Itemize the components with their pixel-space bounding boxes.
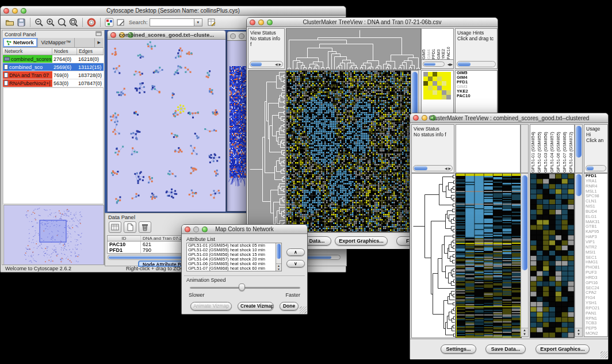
tv2-gene-label[interactable]: CPA2 [584, 290, 607, 296]
close-button[interactable] [413, 115, 419, 121]
minimize-button[interactable] [12, 8, 18, 14]
select-attributes-icon[interactable] [109, 221, 121, 233]
tv2-column-dendrogram-area[interactable] [456, 124, 521, 173]
animation-speed-slider[interactable] [190, 287, 300, 289]
col-header-network[interactable]: Network [3, 48, 52, 55]
tv2-column-label[interactable]: GPL51-08 (GSM872) [568, 125, 575, 173]
dialog-button[interactable]: Animate Vizmap [190, 302, 232, 311]
tv2-gene-label[interactable]: MSI1 [584, 250, 607, 255]
scroll-arrows-icon[interactable]: ◀ ▶ [445, 166, 451, 171]
tv2-gene-label[interactable]: SEC1 [584, 255, 607, 260]
tv1-column-label[interactable]: GIM5 [422, 29, 427, 59]
close-button[interactable] [230, 33, 236, 39]
zoom-button[interactable] [430, 115, 436, 121]
tv2-column-label[interactable]: GPL51-03 (GSM856) [543, 125, 549, 173]
zoom-matrix-cell[interactable] [423, 76, 428, 81]
zoom-in-icon[interactable] [45, 17, 56, 28]
network-list-row[interactable]: combined_scores 2764(0) 16218(0) [3, 55, 104, 63]
tv2-gene-label[interactable]: MON2 [584, 331, 607, 336]
minimize-button[interactable] [258, 20, 264, 25]
tv2-gene-label[interactable]: RNR4 [584, 184, 607, 189]
zoom-matrix-cell[interactable] [442, 81, 446, 86]
birdseye-canvas[interactable] [4, 205, 104, 265]
tab-network[interactable]: Network [3, 38, 38, 47]
zoom-matrix-cell[interactable] [446, 76, 451, 81]
zoom-matrix-cell[interactable] [446, 72, 451, 76]
tv1-export-graphics-button[interactable]: Export Graphics... [335, 236, 388, 246]
tv2-row-dendrogram-canvas[interactable] [411, 173, 456, 338]
search-input[interactable] [150, 18, 194, 26]
zoom-fit-icon[interactable] [68, 17, 79, 28]
dialog-titlebar[interactable]: Map Colors to Network [182, 225, 307, 234]
tv1-column-label[interactable]: PFD1 [431, 29, 437, 59]
new-attribute-icon[interactable] [124, 221, 136, 233]
zoom-matrix-cell[interactable] [442, 95, 446, 99]
zoom-matrix-cell[interactable] [437, 90, 442, 95]
tv2-zoom-vscrollbar[interactable]: ▲▼ [575, 173, 583, 337]
zoom-matrix-cell[interactable] [428, 95, 433, 99]
minimize-button[interactable] [193, 227, 199, 232]
network-view-titlebar[interactable]: combined_scores_good.txt--cluste... [108, 30, 225, 40]
tv2-gene-label[interactable]: MAK31 [584, 220, 607, 225]
scroll-thumb[interactable] [587, 166, 594, 170]
dialog-button[interactable]: Create Vizmap [238, 302, 274, 311]
zoom-matrix-cell[interactable] [442, 72, 446, 76]
tv2-column-label[interactable]: GPL51-04 (GSM857) [549, 125, 556, 173]
tv1-zoom-hscrollbar[interactable] [423, 62, 445, 67]
search-dropdown-icon[interactable]: ▼ [194, 18, 202, 26]
resize-grip[interactable] [300, 306, 307, 313]
zoom-matrix-cell[interactable] [437, 95, 442, 99]
tv2-gene-label[interactable]: NTR2 [584, 245, 607, 250]
tv2-gene-label[interactable]: SEC24 [584, 286, 607, 291]
tv1-zoom-matrix[interactable] [423, 72, 451, 99]
tv2-column-label[interactable]: GPL51-01 (GSM854) [530, 125, 537, 173]
tv2-gene-label[interactable]: PAN1 [584, 311, 607, 316]
tv2-gene-label[interactable]: ELG1 [584, 214, 607, 220]
network-view-window[interactable]: combined_scores_good.txt--cluste... [107, 30, 226, 212]
network-list-row[interactable]: combined_sco 2569(6) 13112(15) [3, 63, 104, 71]
tv2-column-label[interactable]: GPL51-02 (GSM855) [537, 125, 543, 173]
zoom-matrix-cell[interactable] [446, 95, 451, 99]
close-button[interactable] [3, 8, 9, 14]
tv1-column-dendrogram-canvas[interactable] [286, 28, 421, 70]
zoom-matrix-cell[interactable] [437, 81, 442, 86]
float-panel-icon[interactable] [95, 31, 102, 37]
zoom-button[interactable] [21, 8, 26, 14]
scroll-thumb[interactable] [277, 244, 281, 259]
zoom-matrix-cell[interactable] [433, 90, 437, 95]
zoom-matrix-cell[interactable] [446, 81, 451, 86]
slider-thumb[interactable] [239, 283, 245, 291]
tv2-gene-label[interactable]: SPC98 [584, 194, 607, 199]
tv2-gene-label[interactable]: CLN1 [584, 199, 607, 204]
treeview1-titlebar[interactable]: ClusterMaker TreeView : DNA and Tran 07-… [247, 18, 498, 27]
zoom-matrix-cell[interactable] [423, 72, 428, 76]
attribute-list-item[interactable]: GPL51-06 (GSM865) heat shock 40 min [187, 262, 281, 266]
attribute-list-item[interactable]: GPL51-02 (GSM855) heat shock 10 min [187, 248, 281, 252]
tv2-gene-label[interactable]: KAP95 [584, 229, 607, 235]
move-down-button[interactable]: ∨ [286, 260, 305, 267]
tv2-column-label[interactable]: GPL51-06 (GSM865) [556, 125, 562, 173]
annotation-icon[interactable] [115, 17, 127, 28]
scroll-thumb[interactable] [414, 166, 427, 170]
move-up-button[interactable]: ∧ [286, 248, 305, 256]
tv2-gene-label[interactable]: PUF3 [584, 270, 607, 275]
tv1-column-label[interactable]: PAC10 [446, 29, 452, 59]
tv2-gene-label[interactable]: VIP1 [584, 240, 607, 245]
tv2-gene-label[interactable]: PHO81 [584, 265, 607, 270]
zoom-matrix-cell[interactable] [423, 86, 428, 90]
tv2-gene-label[interactable]: HMG1 [584, 260, 607, 265]
tv2-export-graphics-button[interactable]: Export Graphics... [536, 344, 590, 354]
zoom-matrix-cell[interactable] [433, 81, 437, 86]
tv1-gene-label[interactable]: PAC10 [456, 94, 497, 98]
scroll-arrows-icon[interactable]: ◀▶ [447, 62, 453, 66]
zoom-matrix-cell[interactable] [437, 76, 442, 81]
tv1-row-dendrogram-canvas[interactable] [248, 70, 286, 232]
minimize-button[interactable] [119, 32, 125, 38]
tv2-save-data-button[interactable]: Save Data... [485, 344, 526, 354]
zoom-matrix-cell[interactable] [428, 76, 433, 81]
scroll-thumb[interactable] [424, 63, 435, 66]
tv1-gene-label[interactable]: GIM5 [456, 71, 497, 75]
scroll-thumb[interactable] [251, 62, 262, 66]
tv1-gene-label[interactable]: GIM3 [456, 85, 497, 89]
zoom-matrix-cell[interactable] [423, 90, 428, 95]
